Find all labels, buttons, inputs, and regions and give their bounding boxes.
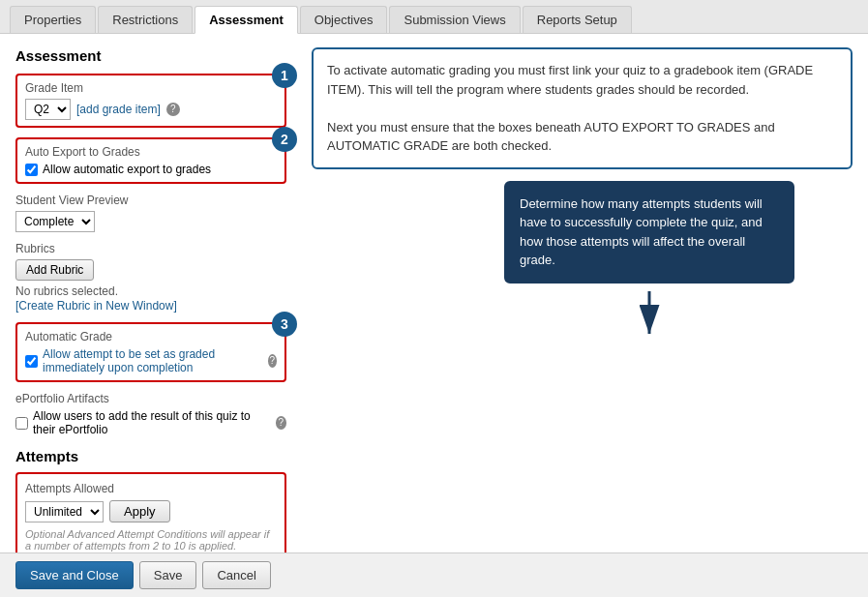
- add-grade-item-link[interactable]: [add grade item]: [76, 103, 161, 116]
- auto-export-checkbox-label: Allow automatic export to grades: [43, 163, 211, 176]
- automatic-grade-checkbox-row: Allow attempt to be set as graded immedi…: [25, 347, 277, 374]
- grade-item-help-icon[interactable]: ?: [166, 103, 180, 116]
- rubrics-section: Rubrics Add Rubric No rubrics selected. …: [15, 242, 286, 313]
- tab-objectives[interactable]: Objectives: [300, 6, 388, 33]
- tab-reports-setup[interactable]: Reports Setup: [523, 6, 632, 33]
- tab-properties[interactable]: Properties: [10, 6, 96, 33]
- left-panel: Assessment 1 Grade Item Q2 [add grade it…: [15, 47, 286, 539]
- attempts-allowed-label: Attempts Allowed: [25, 482, 277, 495]
- save-and-close-button[interactable]: Save and Close: [15, 561, 134, 589]
- badge-2: 2: [272, 127, 297, 152]
- callout-box-2: Determine how many attempts students wil…: [504, 181, 794, 284]
- add-rubric-button[interactable]: Add Rubric: [15, 259, 94, 281]
- attempts-hint-text: Optional Advanced Attempt Conditions wil…: [25, 528, 277, 552]
- automatic-grade-checkbox-label: Allow attempt to be set as graded immedi…: [43, 347, 263, 374]
- arrow-container: Determine how many attempts students wil…: [312, 181, 853, 340]
- automatic-grade-checkbox[interactable]: [25, 355, 38, 368]
- eportfolio-checkbox[interactable]: [15, 417, 28, 430]
- tab-bar: Properties Restrictions Assessment Objec…: [0, 0, 868, 34]
- auto-export-box: 2 Auto Export to Grades Allow automatic …: [15, 137, 286, 184]
- eportfolio-help-icon[interactable]: ?: [276, 416, 286, 430]
- grade-item-box: 1 Grade Item Q2 [add grade item] ?: [15, 74, 286, 128]
- no-rubrics-text: No rubrics selected.: [15, 284, 286, 298]
- automatic-grade-box: 3 Automatic Grade Allow attempt to be se…: [15, 322, 286, 382]
- arrow-icon: [620, 291, 678, 340]
- callout-box-1: To activate automatic grading you must f…: [312, 47, 853, 169]
- apply-button[interactable]: Apply: [109, 500, 170, 522]
- attempts-box: Attempts Allowed Unlimited 123 456 78910…: [15, 472, 286, 552]
- student-view-select[interactable]: Complete: [15, 211, 95, 232]
- auto-export-checkbox-row: Allow automatic export to grades: [25, 163, 277, 176]
- eportfolio-section: ePortfolio Artifacts Allow users to add …: [15, 392, 286, 436]
- tab-assessment[interactable]: Assessment: [195, 6, 298, 34]
- app-container: Properties Restrictions Assessment Objec…: [0, 0, 868, 597]
- student-view-section: Student View Preview Complete: [15, 194, 286, 232]
- eportfolio-checkbox-label: Allow users to add the result of this qu…: [33, 409, 271, 436]
- grade-item-row: Q2 [add grade item] ?: [25, 99, 277, 120]
- assessment-section-title: Assessment: [15, 47, 286, 64]
- student-view-row: Complete: [15, 211, 286, 232]
- automatic-grade-help-icon[interactable]: ?: [268, 354, 277, 368]
- rubrics-label: Rubrics: [15, 242, 286, 255]
- tab-restrictions[interactable]: Restrictions: [98, 6, 193, 33]
- save-button[interactable]: Save: [139, 561, 197, 589]
- eportfolio-label: ePortfolio Artifacts: [15, 392, 286, 405]
- grade-item-label: Grade Item: [25, 81, 277, 95]
- badge-3: 3: [272, 312, 297, 337]
- automatic-grade-label: Automatic Grade: [25, 330, 277, 343]
- student-view-label: Student View Preview: [15, 194, 286, 207]
- callout-1-text: To activate automatic grading you must f…: [327, 63, 813, 153]
- cancel-button[interactable]: Cancel: [202, 561, 270, 589]
- bottom-bar: Save and Close Save Cancel: [0, 552, 868, 597]
- attempts-row: Unlimited 123 456 78910 Apply: [25, 500, 277, 522]
- attempts-select[interactable]: Unlimited 123 456 78910: [25, 501, 104, 522]
- auto-export-label: Auto Export to Grades: [25, 145, 277, 159]
- main-content: Assessment 1 Grade Item Q2 [add grade it…: [0, 34, 868, 552]
- auto-export-checkbox[interactable]: [25, 164, 38, 176]
- grade-item-select[interactable]: Q2: [25, 99, 71, 120]
- create-rubric-link[interactable]: [Create Rubric in New Window]: [15, 299, 177, 313]
- eportfolio-checkbox-row: Allow users to add the result of this qu…: [15, 409, 286, 436]
- tab-submission-views[interactable]: Submission Views: [389, 6, 520, 33]
- callout-2-text: Determine how many attempts students wil…: [520, 196, 763, 268]
- right-panel: To activate automatic grading you must f…: [302, 47, 853, 539]
- badge-1: 1: [272, 63, 297, 88]
- attempts-title: Attempts: [15, 448, 286, 464]
